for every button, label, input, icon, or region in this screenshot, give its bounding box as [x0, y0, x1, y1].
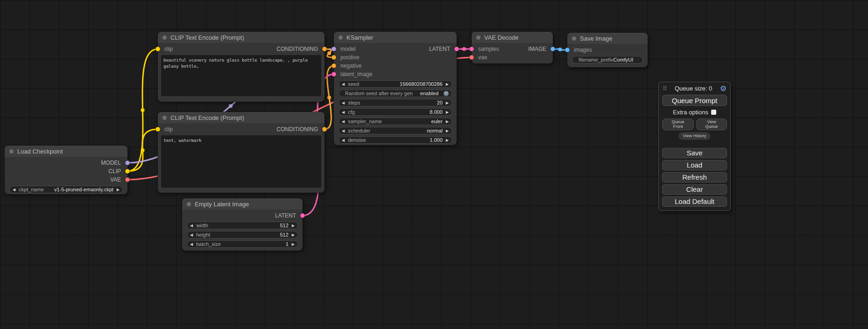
- node-save-image[interactable]: Save Image images filename_prefix ComfyU…: [567, 33, 648, 67]
- input-dot-negative[interactable]: [332, 63, 336, 68]
- node-clip-text-encode-positive[interactable]: CLIP Text Encode (Prompt) clip CONDITION…: [158, 32, 325, 102]
- collapse-dot-icon[interactable]: [162, 35, 167, 40]
- link-midpoint-dot[interactable]: [462, 47, 466, 51]
- node-title-bar[interactable]: CLIP Text Encode (Prompt): [158, 112, 325, 123]
- queue-front-button[interactable]: Queue Front: [662, 119, 694, 130]
- view-history-button[interactable]: View History: [679, 133, 711, 140]
- decrement-arrow-icon[interactable]: ◀: [342, 138, 345, 142]
- link-midpoint-dot[interactable]: [141, 108, 145, 112]
- input-dot-clip[interactable]: [155, 127, 160, 132]
- node-title-bar[interactable]: Load Checkpoint: [5, 146, 127, 157]
- increment-arrow-icon[interactable]: ▶: [446, 138, 449, 142]
- save-button[interactable]: Save: [662, 148, 727, 158]
- decrement-arrow-icon[interactable]: ◀: [190, 242, 193, 246]
- slot-label: MODEL: [101, 159, 121, 167]
- widget-sampler-name[interactable]: ◀ sampler_name euler ▶: [339, 118, 452, 125]
- input-dot-samples[interactable]: [469, 47, 474, 51]
- decrement-arrow-icon[interactable]: ◀: [342, 129, 345, 133]
- node-ksampler[interactable]: KSampler model LATENT positive negative …: [334, 32, 457, 145]
- decrement-arrow-icon[interactable]: ◀: [190, 224, 193, 228]
- input-dot-clip[interactable]: [155, 47, 160, 51]
- increment-arrow-icon[interactable]: ▶: [446, 101, 449, 105]
- increment-arrow-icon[interactable]: ▶: [292, 233, 295, 237]
- toggle-indicator-icon[interactable]: [444, 91, 449, 96]
- output-dot-image[interactable]: [550, 47, 555, 51]
- input-dot-vae[interactable]: [469, 55, 474, 60]
- input-slot-images: images: [567, 46, 648, 54]
- collapse-dot-icon[interactable]: [9, 149, 14, 154]
- output-dot-conditioning[interactable]: [322, 47, 327, 51]
- input-dot-latent-image[interactable]: [332, 72, 336, 77]
- widget-ckpt-name[interactable]: ◀ ckpt_name v1-5-pruned-emaonly.ckpt ▶: [9, 186, 123, 193]
- load-default-button[interactable]: Load Default: [662, 196, 727, 207]
- increment-arrow-icon[interactable]: ▶: [292, 242, 295, 246]
- output-dot-conditioning[interactable]: [322, 127, 327, 132]
- decrement-arrow-icon[interactable]: ◀: [342, 119, 345, 124]
- increment-arrow-icon[interactable]: ▶: [446, 82, 449, 86]
- node-title-bar[interactable]: CLIP Text Encode (Prompt): [158, 32, 325, 43]
- increment-arrow-icon[interactable]: ▶: [292, 224, 295, 228]
- node-clip-text-encode-negative[interactable]: CLIP Text Encode (Prompt) clip CONDITION…: [158, 112, 325, 193]
- menu-spacer: [662, 142, 727, 146]
- clear-button[interactable]: Clear: [662, 184, 727, 195]
- link-midpoint-dot[interactable]: [141, 148, 145, 152]
- widget-random-seed-toggle[interactable]: Random seed after every gen enabled: [339, 90, 452, 97]
- link-midpoint-dot[interactable]: [229, 104, 233, 108]
- settings-gear-icon[interactable]: ⚙: [720, 85, 727, 92]
- node-title-bar[interactable]: Empty Latent Image: [182, 198, 303, 210]
- collapse-dot-icon[interactable]: [572, 36, 576, 41]
- prompt-textarea[interactable]: beautiful scenery nature glass bottle la…: [161, 55, 321, 96]
- widget-filename-prefix[interactable]: filename_prefix ComfyUI: [572, 56, 643, 63]
- queue-prompt-button[interactable]: Queue Prompt: [662, 95, 727, 106]
- link-midpoint-dot[interactable]: [327, 96, 331, 99]
- link-midpoint-dot[interactable]: [558, 48, 562, 51]
- output-dot-model[interactable]: [125, 161, 130, 165]
- link-midpoint-dot[interactable]: [327, 51, 331, 55]
- decrement-arrow-icon[interactable]: ◀: [342, 110, 345, 114]
- load-button[interactable]: Load: [662, 160, 727, 170]
- prompt-textarea[interactable]: text, watermark: [161, 135, 321, 188]
- slot-label: samples: [478, 46, 499, 52]
- node-title-bar[interactable]: Save Image: [567, 33, 648, 44]
- node-load-checkpoint[interactable]: Load Checkpoint MODEL CLIP VAE ◀ ckpt_na…: [5, 146, 127, 194]
- widget-cfg[interactable]: ◀ cfg 8.000 ▶: [339, 108, 452, 116]
- widget-steps[interactable]: ◀ steps 20 ▶: [339, 99, 452, 106]
- widget-width[interactable]: ◀ width 512 ▶: [187, 222, 298, 229]
- decrement-arrow-icon[interactable]: ◀: [342, 82, 345, 86]
- collapse-dot-icon[interactable]: [476, 35, 480, 40]
- node-title-bar[interactable]: KSampler: [334, 32, 457, 43]
- refresh-button[interactable]: Refresh: [662, 172, 727, 182]
- node-vae-decode[interactable]: VAE Decode samples IMAGE vae: [472, 32, 553, 63]
- node-graph-canvas[interactable]: Load Checkpoint MODEL CLIP VAE ◀ ckpt_na…: [0, 0, 868, 329]
- input-dot-positive[interactable]: [332, 55, 336, 60]
- decrement-arrow-icon[interactable]: ◀: [342, 101, 345, 105]
- view-queue-button[interactable]: View Queue: [696, 119, 727, 130]
- increment-arrow-icon[interactable]: ▶: [117, 188, 120, 192]
- drag-handle-icon[interactable]: ⠿: [663, 86, 667, 91]
- widget-seed[interactable]: ◀ seed 156680208700286 ▶: [339, 80, 452, 88]
- slot-row: samples IMAGE: [472, 45, 553, 53]
- extra-options-checkbox[interactable]: [711, 110, 716, 115]
- input-dot-model[interactable]: [332, 47, 336, 51]
- widget-scheduler[interactable]: ◀ scheduler normal ▶: [339, 127, 452, 134]
- node-empty-latent-image[interactable]: Empty Latent Image LATENT ◀ width 512 ▶ …: [182, 198, 303, 251]
- increment-arrow-icon[interactable]: ▶: [446, 119, 449, 124]
- output-dot-clip[interactable]: [125, 169, 130, 174]
- node-title: CLIP Text Encode (Prompt): [170, 114, 244, 121]
- decrement-arrow-icon[interactable]: ◀: [13, 188, 15, 192]
- increment-arrow-icon[interactable]: ▶: [446, 110, 449, 114]
- output-dot-latent[interactable]: [300, 213, 305, 218]
- collapse-dot-icon[interactable]: [339, 35, 343, 40]
- widget-denoise[interactable]: ◀ denoise 1.000 ▶: [339, 136, 452, 144]
- decrement-arrow-icon[interactable]: ◀: [190, 233, 193, 237]
- comfy-menu-panel[interactable]: ⠿ Queue size: 0 ⚙ Queue Prompt Extra opt…: [658, 82, 731, 211]
- widget-batch-size[interactable]: ◀ batch_size 1 ▶: [187, 240, 298, 248]
- widget-height[interactable]: ◀ height 512 ▶: [187, 231, 298, 238]
- input-dot-images[interactable]: [565, 48, 570, 52]
- output-dot-vae[interactable]: [125, 177, 130, 182]
- increment-arrow-icon[interactable]: ▶: [446, 129, 449, 133]
- collapse-dot-icon[interactable]: [187, 202, 191, 206]
- node-title-bar[interactable]: VAE Decode: [472, 32, 553, 43]
- collapse-dot-icon[interactable]: [162, 116, 167, 120]
- output-dot-latent[interactable]: [454, 47, 459, 51]
